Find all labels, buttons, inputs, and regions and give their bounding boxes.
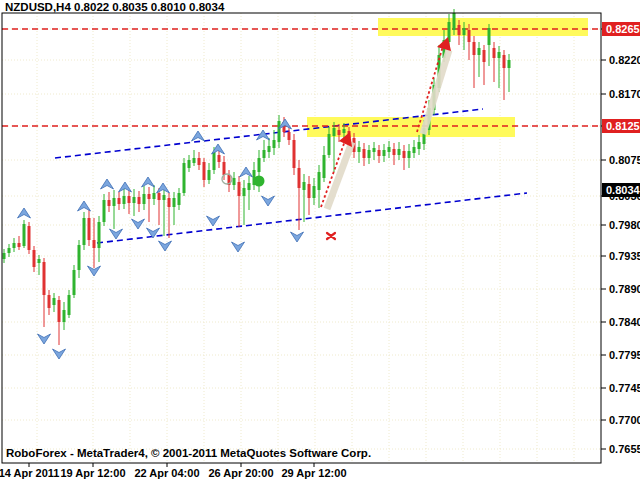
fractal-down-icon — [38, 334, 51, 344]
candle-body-bull — [143, 194, 146, 204]
candle — [398, 142, 401, 160]
candle — [368, 145, 371, 164]
candle — [373, 142, 376, 160]
candle-body-bull — [263, 150, 266, 158]
candle-body-bear — [198, 158, 201, 165]
candle — [183, 158, 186, 196]
candle-body-bull — [8, 248, 11, 253]
candle-body-bear — [493, 48, 496, 58]
copyright-text: RoboForex - MetaTrader4, © 2001-2011 Met… — [6, 447, 371, 459]
entry-dot-marker — [254, 176, 265, 187]
candle-body-bull — [98, 222, 101, 248]
candle — [178, 188, 181, 210]
candle-body-bull — [343, 129, 346, 133]
fractal-up-icon — [212, 144, 225, 154]
candle — [138, 191, 141, 212]
candle-body-bull — [478, 48, 481, 55]
time-label: 29 Apr 12:00 — [281, 467, 346, 479]
candle — [133, 189, 136, 216]
candle — [308, 176, 311, 215]
candle — [198, 152, 201, 170]
candle — [303, 174, 306, 222]
time-label: 26 Apr 20:00 — [208, 467, 273, 479]
candle — [388, 141, 391, 158]
candle — [48, 290, 51, 315]
candle-body-bull — [73, 270, 76, 295]
candle-body-bull — [258, 158, 261, 172]
candle-body-bear — [168, 198, 171, 207]
candle-body-bull — [78, 245, 81, 270]
candle-body-bull — [243, 188, 246, 196]
candle-body-bull — [498, 52, 501, 58]
chart-frame — [2, 13, 601, 463]
candle — [18, 236, 21, 250]
candle-body-bear — [138, 197, 141, 204]
candle — [288, 126, 291, 145]
fractals-layer — [18, 119, 304, 359]
candle-body-bull — [268, 146, 271, 152]
candle-body-bull — [313, 186, 316, 198]
candle-body-bull — [383, 150, 386, 156]
candle-body-bull — [83, 218, 86, 245]
candle-body-bull — [3, 253, 6, 259]
candle-body-bear — [403, 151, 406, 158]
candle — [108, 192, 111, 212]
candle-body-bull — [373, 148, 376, 152]
candle-body-bear — [223, 162, 226, 175]
candle-body-bear — [48, 295, 51, 308]
candle-body-bull — [273, 140, 276, 148]
candle — [88, 210, 91, 246]
candle — [358, 141, 361, 163]
candle-body-bear — [93, 240, 96, 248]
candle-body-bull — [328, 134, 331, 155]
candle-body-bull — [68, 295, 71, 315]
candle — [418, 135, 421, 155]
candle-body-bull — [208, 170, 211, 180]
x-cross-marker — [327, 233, 335, 239]
candle — [148, 187, 151, 222]
candle-body-bull — [178, 193, 181, 205]
candle — [293, 134, 296, 175]
chart-title: NZDUSD,H4 0.8022 0.8035 0.8010 0.8034 — [5, 1, 225, 13]
candle-body-bear — [393, 149, 396, 155]
candle-body-bull — [453, 13, 456, 30]
price-axis[interactable]: 0.82650.82200.81700.81250.80750.80300.79… — [601, 22, 640, 455]
fractal-down-icon — [207, 216, 220, 226]
candle-body-bull — [413, 147, 416, 153]
candle-body-bear — [378, 150, 381, 156]
time-axis[interactable]: 14 Apr 201119 Apr 12:0022 Apr 04:0026 Ap… — [0, 463, 347, 479]
candle — [228, 170, 231, 192]
candle — [23, 220, 26, 248]
candle-body-bear — [203, 162, 206, 180]
candle-body-bear — [33, 250, 36, 267]
candle — [28, 222, 31, 254]
candle-body-bull — [388, 147, 391, 152]
fractal-down-icon — [262, 196, 275, 206]
target-zone — [378, 18, 588, 36]
candle-body-bull — [63, 310, 66, 322]
candle — [263, 140, 266, 162]
candle-body-bull — [188, 160, 191, 168]
candle-body-bull — [333, 128, 336, 136]
price-label: 0.7795 — [609, 349, 640, 361]
candle — [408, 144, 411, 168]
candle-body-bull — [408, 151, 411, 158]
candle — [208, 163, 211, 184]
fractal-up-icon — [18, 208, 31, 218]
candle — [193, 150, 196, 166]
candle-body-bull — [173, 198, 176, 207]
candle — [473, 36, 476, 88]
candle-body-bear — [288, 132, 291, 140]
candle — [233, 172, 236, 190]
candle-body-bear — [458, 25, 461, 35]
candle-body-bull — [418, 142, 421, 149]
candle — [8, 244, 11, 257]
candle-body-bull — [358, 147, 361, 152]
price-chart-surface[interactable]: 0.82650.82200.81700.81250.80750.80300.79… — [0, 0, 640, 480]
candle — [13, 238, 16, 252]
price-label: 0.7700 — [609, 414, 640, 426]
fractal-down-icon — [159, 241, 172, 251]
candle-body-bear — [468, 30, 471, 42]
candle — [243, 180, 246, 225]
candle — [83, 212, 86, 250]
